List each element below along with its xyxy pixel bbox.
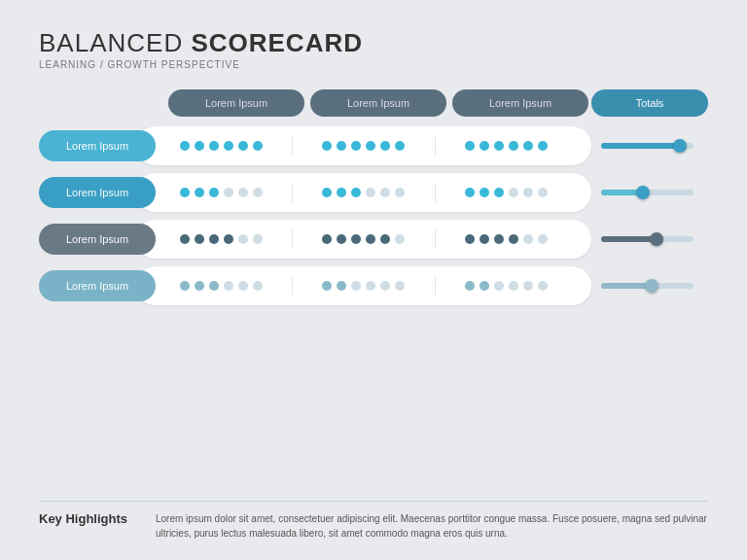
dot-1-2-2: [494, 188, 504, 197]
dot-2-2-3: [509, 234, 518, 244]
table-row: Lorem Ipsum: [39, 173, 708, 212]
dot-0-1-2: [351, 141, 361, 151]
dot-3-1-2: [351, 281, 361, 291]
dot-1-1-1: [337, 188, 346, 197]
dot-2-0-4: [238, 234, 248, 244]
dot-1-1-4: [380, 188, 390, 197]
dot-0-0-1: [195, 141, 204, 151]
header: BALANCED SCORECARD LEARNING / GROWTH PER…: [39, 29, 708, 70]
totals-cell-2: [591, 236, 708, 242]
dot-3-0-0: [180, 281, 190, 291]
dot-1-0-4: [238, 188, 248, 197]
slider-track-3: [601, 283, 694, 289]
data-rows: Lorem IpsumLorem IpsumLorem IpsumLorem I…: [39, 126, 708, 305]
dot-3-2-3: [509, 281, 518, 291]
slider-thumb-3[interactable]: [645, 279, 658, 293]
slider-thumb-1[interactable]: [636, 186, 650, 199]
totals-cell-3: [591, 283, 708, 289]
dot-0-0-2: [209, 141, 219, 151]
dot-3-2-0: [465, 281, 475, 291]
dot-2-0-1: [195, 234, 204, 244]
dots-group-3-1: [293, 281, 434, 291]
dot-1-0-0: [180, 188, 190, 197]
dot-3-2-4: [523, 281, 533, 291]
dot-3-2-5: [538, 281, 548, 291]
dot-1-0-2: [209, 188, 219, 197]
col-header-1-label: Lorem Ipsum: [168, 89, 304, 117]
column-headers: Lorem Ipsum Lorem Ipsum Lorem Ipsum Tota…: [165, 89, 708, 117]
col-header-2: Lorem Ipsum: [307, 89, 449, 117]
dot-0-2-0: [465, 141, 475, 151]
row-label-2: Lorem Ipsum: [39, 224, 156, 255]
slider-track-2: [601, 236, 694, 242]
dot-3-0-3: [224, 281, 233, 291]
title-normal: BALANCED: [39, 28, 191, 57]
row-label-0: Lorem Ipsum: [39, 130, 156, 161]
dots-group-1-0: [151, 188, 292, 197]
dot-3-0-2: [209, 281, 219, 291]
dot-1-2-1: [480, 188, 489, 197]
dot-3-1-3: [366, 281, 375, 291]
col-header-totals: Totals: [591, 89, 708, 117]
row-data-3: [136, 266, 591, 305]
dot-0-0-4: [238, 141, 248, 151]
dots-group-3-2: [436, 281, 577, 291]
row-data-2: [136, 220, 591, 259]
dot-3-0-5: [253, 281, 263, 291]
dot-1-0-5: [253, 188, 263, 197]
row-data-0: [136, 126, 591, 165]
slider-fill-2: [601, 236, 657, 242]
dot-0-0-3: [224, 141, 233, 151]
dot-3-0-4: [238, 281, 248, 291]
footer: Key Highlights Lorem ipsum dolor sit ame…: [39, 501, 708, 541]
dot-2-2-2: [494, 234, 504, 244]
dots-group-2-2: [436, 234, 577, 244]
dot-2-1-4: [380, 234, 390, 244]
dot-1-0-3: [224, 188, 233, 197]
dots-group-0-1: [293, 141, 434, 151]
slider-thumb-2[interactable]: [650, 232, 663, 246]
footer-label: Key Highlights: [39, 511, 136, 541]
slider-track-1: [601, 190, 694, 195]
dots-group-1-1: [293, 188, 434, 197]
dot-3-1-5: [395, 281, 405, 291]
dot-1-1-3: [366, 188, 375, 197]
dot-0-1-4: [380, 141, 390, 151]
main-content: Lorem Ipsum Lorem Ipsum Lorem Ipsum Tota…: [39, 89, 708, 501]
dots-group-0-0: [151, 141, 292, 151]
dot-2-0-0: [180, 234, 190, 244]
dot-1-1-0: [322, 188, 332, 197]
dot-0-1-1: [337, 141, 346, 151]
slider-thumb-0[interactable]: [673, 139, 687, 153]
col-header-1: Lorem Ipsum: [165, 89, 307, 117]
footer-text: Lorem ipsum dolor sit amet, consectetuer…: [156, 511, 708, 541]
row-label-1: Lorem Ipsum: [39, 177, 156, 208]
dot-3-1-0: [322, 281, 332, 291]
dot-1-2-4: [523, 188, 533, 197]
dots-group-2-1: [293, 234, 434, 244]
dot-2-1-1: [337, 234, 346, 244]
col-header-2-label: Lorem Ipsum: [310, 89, 446, 117]
dot-2-2-1: [480, 234, 489, 244]
dot-3-2-1: [480, 281, 489, 291]
row-label-3: Lorem Ipsum: [39, 270, 156, 301]
dot-0-0-5: [253, 141, 263, 151]
subtitle: LEARNING / GROWTH PERSPECTIVE: [39, 59, 708, 70]
dot-0-2-5: [538, 141, 548, 151]
slider-fill-0: [601, 143, 680, 149]
dot-3-2-2: [494, 281, 504, 291]
dot-2-1-5: [395, 234, 405, 244]
totals-cell-1: [591, 190, 708, 195]
dot-0-2-2: [494, 141, 504, 151]
dot-1-1-5: [395, 188, 405, 197]
dot-2-0-5: [253, 234, 263, 244]
table-row: Lorem Ipsum: [39, 220, 708, 259]
row-data-1: [136, 173, 591, 212]
title: BALANCED SCORECARD: [39, 29, 708, 57]
dot-2-0-2: [209, 234, 219, 244]
dot-2-2-5: [538, 234, 548, 244]
dot-0-1-5: [395, 141, 405, 151]
dots-group-1-2: [436, 188, 577, 197]
table-row: Lorem Ipsum: [39, 126, 708, 165]
dot-0-1-3: [366, 141, 375, 151]
